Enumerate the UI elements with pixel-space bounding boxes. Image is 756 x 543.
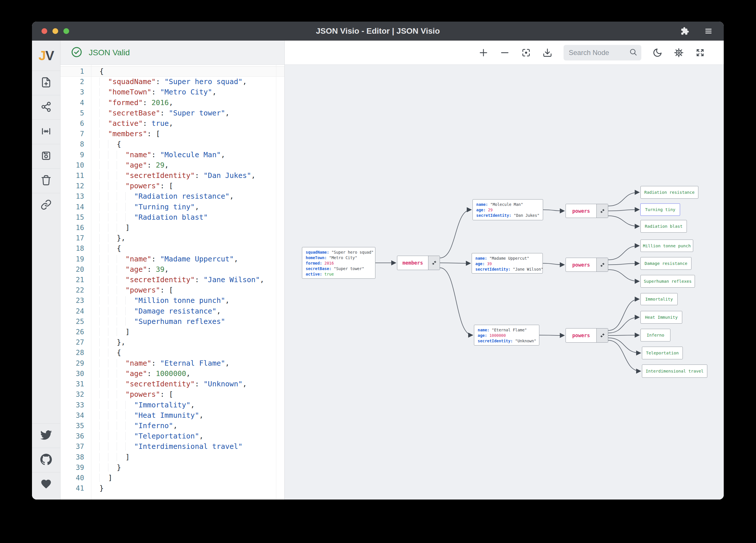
line-number: 15	[61, 212, 91, 223]
line-number: 18	[61, 243, 91, 254]
editor-line: 16 ]	[61, 223, 284, 233]
editor-line: 26 ]	[61, 327, 284, 337]
editor-line: 30 "age": 1000000,	[61, 368, 284, 379]
validity-bar: JSON Valid	[61, 41, 284, 65]
graph-node-m1[interactable]: name: "Molecule Man"age: 29secretIdentit…	[473, 199, 543, 220]
jv-logo[interactable]: JV	[32, 41, 60, 71]
menu-icon[interactable]	[704, 26, 713, 36]
graph-node-l3c[interactable]: Inferno	[640, 329, 670, 341]
save-button[interactable]	[32, 144, 60, 169]
line-number: 6	[61, 118, 91, 129]
editor-line: 37 "Interdimensional travel"	[61, 441, 284, 452]
new-document-button[interactable]	[32, 71, 60, 95]
github-button[interactable]	[32, 448, 60, 472]
graph-node-l1a[interactable]: Radiation resistance	[640, 186, 698, 199]
line-number: 29	[61, 358, 91, 368]
editor-panel: JSON Valid 1{2 "squadName": "Super hero …	[61, 41, 284, 499]
collapse-node-button[interactable]	[596, 204, 608, 218]
zoom-out-button[interactable]	[500, 48, 510, 58]
line-number: 23	[61, 295, 91, 306]
graph-node-l2a[interactable]: Million tonne punch	[640, 240, 693, 252]
json-code-editor[interactable]: 1{2 "squadName": "Super hero squad",3 "h…	[61, 65, 284, 499]
close-button[interactable]	[41, 28, 47, 34]
line-number: 34	[61, 410, 91, 421]
graph-node-l2b[interactable]: Damage resistance	[640, 257, 691, 270]
parent-node-label: powers	[566, 328, 596, 342]
graph-node-l1c[interactable]: Radiation blast	[640, 220, 687, 233]
collapse-node-button[interactable]	[428, 256, 440, 270]
zoom-in-button[interactable]	[478, 48, 489, 58]
delete-button[interactable]	[32, 169, 60, 193]
line-number: 1	[61, 66, 91, 77]
validity-label: JSON Valid	[89, 48, 130, 57]
line-number: 21	[61, 275, 91, 285]
editor-line: 17 },	[61, 233, 284, 243]
graph-node-m3[interactable]: name: "Eternal Flame"age: 1000000secretI…	[474, 325, 539, 345]
file-plus-icon	[41, 77, 52, 89]
titlebar: JSON Visio - Editor | JSON Visio	[32, 22, 724, 41]
share-link-button[interactable]	[32, 193, 60, 218]
heart-icon	[40, 478, 52, 491]
collapse-node-button[interactable]	[596, 258, 608, 272]
editor-line: 38 ]	[61, 452, 284, 462]
graph-node-l1b[interactable]: Turning tiny	[640, 204, 680, 216]
editor-line: 40 ]	[61, 473, 284, 483]
line-number: 32	[61, 389, 91, 400]
collapse-node-button[interactable]	[596, 328, 608, 342]
settings-button[interactable]	[674, 48, 684, 58]
graph-node-p2[interactable]: powers	[566, 258, 608, 272]
graph-node-l2c[interactable]: Superhuman reflexes	[640, 275, 695, 287]
minimize-button[interactable]	[52, 28, 58, 34]
graph-node-m2[interactable]: name: "Madame Uppercut"age: 39secretIden…	[472, 253, 543, 273]
graph-node-l3b[interactable]: Heat Immunity	[640, 311, 682, 323]
twitter-button[interactable]	[32, 423, 60, 448]
graph-node-p1[interactable]: powers	[566, 204, 608, 218]
editor-line: 24 "Damage resistance",	[61, 306, 284, 316]
graph-view-button[interactable]	[32, 95, 60, 120]
line-number: 25	[61, 316, 91, 327]
line-number: 14	[61, 202, 91, 212]
parent-node-label: powers	[566, 258, 596, 272]
graph-canvas[interactable]: squadName: "Super hero squad"homeTown: "…	[285, 65, 724, 499]
graph-node-l3e[interactable]: Interdimensional travel	[642, 364, 707, 378]
editor-line: 19 "name": "Madame Uppercut",	[61, 254, 284, 264]
line-number: 2	[61, 77, 91, 87]
save-floppy-icon	[41, 150, 52, 162]
editor-line: 7 "members": [	[61, 129, 284, 139]
line-number: 17	[61, 233, 91, 243]
editor-line: 23 "Million tonne punch",	[61, 295, 284, 306]
line-number: 31	[61, 379, 91, 389]
editor-line: 34 "Heat Immunity",	[61, 410, 284, 421]
editor-line: 36 "Teleportation",	[61, 431, 284, 441]
editor-line: 1{	[61, 66, 284, 77]
graph-node-members[interactable]: members	[397, 256, 440, 270]
focus-center-button[interactable]	[521, 48, 531, 58]
window-title: JSON Visio - Editor | JSON Visio	[32, 27, 724, 36]
editor-line: 31 "secretIdentity": "Unknown",	[61, 379, 284, 389]
sponsor-button[interactable]	[32, 472, 60, 497]
fit-width-button[interactable]	[32, 120, 60, 144]
editor-line: 6 "active": true,	[61, 118, 284, 129]
extensions-puzzle-icon[interactable]	[680, 26, 690, 36]
download-button[interactable]	[542, 48, 553, 58]
zoom-button[interactable]	[63, 28, 69, 34]
line-number: 36	[61, 431, 91, 441]
github-icon	[40, 454, 52, 466]
fullscreen-button[interactable]	[695, 48, 705, 58]
graph-node-l3a[interactable]: Immortality	[640, 293, 678, 305]
editor-line: 28 {	[61, 347, 284, 358]
editor-line: 12 "powers": [	[61, 181, 284, 191]
check-circle-icon	[71, 46, 82, 59]
search-node-input[interactable]	[569, 49, 629, 57]
line-number: 24	[61, 306, 91, 316]
graph-node-p3[interactable]: powers	[566, 328, 608, 342]
dark-mode-button[interactable]	[652, 48, 663, 58]
editor-line: 35 "Inferno",	[61, 421, 284, 431]
line-number: 33	[61, 400, 91, 410]
line-number: 38	[61, 452, 91, 462]
parent-node-label: powers	[566, 204, 596, 218]
graph-node-l3d[interactable]: Teleportation	[642, 347, 683, 359]
line-number: 40	[61, 473, 91, 483]
editor-line: 32 "powers": [	[61, 389, 284, 400]
graph-node-root[interactable]: squadName: "Super hero squad"homeTown: "…	[302, 247, 375, 279]
